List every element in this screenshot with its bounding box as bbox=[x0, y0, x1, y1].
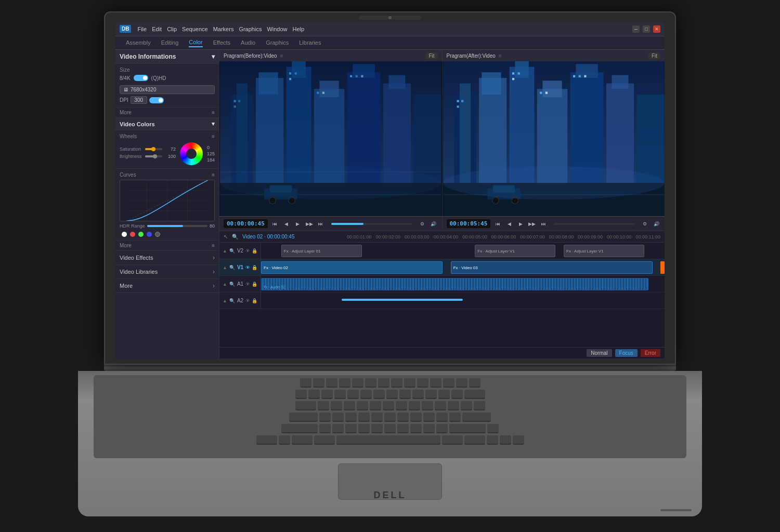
key-3[interactable] bbox=[334, 390, 346, 399]
key-f6[interactable] bbox=[378, 378, 389, 388]
key-f3[interactable] bbox=[339, 378, 350, 388]
minimize-button[interactable]: ─ bbox=[632, 25, 640, 33]
key-r[interactable] bbox=[357, 401, 368, 410]
key-space[interactable] bbox=[336, 435, 440, 445]
key-y[interactable] bbox=[383, 401, 394, 410]
key-x[interactable] bbox=[332, 424, 344, 433]
key-f12[interactable] bbox=[456, 378, 467, 388]
key-f10[interactable] bbox=[430, 378, 441, 388]
audio-a2-clip[interactable] bbox=[342, 299, 463, 301]
key-equals[interactable] bbox=[451, 390, 463, 399]
key-bracket-r[interactable] bbox=[461, 401, 472, 410]
key-7[interactable] bbox=[386, 390, 398, 399]
resolution-button[interactable]: 🖥 7680x4320 bbox=[120, 85, 215, 94]
key-f9[interactable] bbox=[417, 378, 428, 388]
dot-selected[interactable] bbox=[155, 232, 160, 237]
key-j[interactable] bbox=[397, 413, 409, 422]
key-down[interactable] bbox=[500, 435, 511, 445]
key-esc[interactable] bbox=[300, 378, 311, 388]
key-e[interactable] bbox=[344, 401, 355, 410]
more-curves-btn[interactable]: More ≡ bbox=[115, 241, 219, 251]
key-o[interactable] bbox=[422, 401, 433, 410]
key-alt-r[interactable] bbox=[442, 435, 463, 445]
saturation-slider[interactable] bbox=[145, 148, 162, 150]
key-t[interactable] bbox=[370, 401, 381, 410]
dot-blue[interactable] bbox=[147, 232, 152, 237]
key-minus[interactable] bbox=[438, 390, 450, 399]
key-comma[interactable] bbox=[410, 424, 422, 433]
menu-sequence[interactable]: Sequence bbox=[182, 26, 208, 32]
menu-markers[interactable]: Markers bbox=[213, 26, 234, 32]
key-v[interactable] bbox=[358, 424, 370, 433]
dot-red[interactable] bbox=[130, 232, 135, 237]
right-play-back-btn[interactable]: ⏮ bbox=[493, 220, 502, 228]
key-m[interactable] bbox=[397, 424, 409, 433]
clip-v2-2[interactable]: Fx · Adjust Layer V1 bbox=[475, 245, 555, 257]
right-prev-frame-btn[interactable]: ◀ bbox=[505, 220, 513, 228]
key-a[interactable] bbox=[319, 413, 331, 422]
key-win[interactable] bbox=[292, 435, 313, 445]
key-bracket-l[interactable] bbox=[448, 401, 459, 410]
play-btn[interactable]: ▶ bbox=[294, 220, 302, 228]
key-f[interactable] bbox=[358, 413, 370, 422]
tab-audio[interactable]: Audio bbox=[241, 39, 255, 47]
key-tilde[interactable] bbox=[295, 390, 307, 399]
menu-window[interactable]: Window bbox=[267, 26, 287, 32]
key-z[interactable] bbox=[319, 424, 331, 433]
lock-icon-v1[interactable]: 🔒 bbox=[252, 265, 257, 270]
key-f11[interactable] bbox=[443, 378, 454, 388]
key-g[interactable] bbox=[371, 413, 383, 422]
menu-clip[interactable]: Clip bbox=[167, 26, 177, 32]
key-8[interactable] bbox=[399, 390, 411, 399]
key-s[interactable] bbox=[332, 413, 344, 422]
key-n[interactable] bbox=[384, 424, 396, 433]
key-semicolon[interactable] bbox=[436, 413, 448, 422]
key-right[interactable] bbox=[513, 435, 524, 445]
key-5[interactable] bbox=[360, 390, 372, 399]
lock-icon-v2[interactable]: 🔒 bbox=[252, 248, 257, 254]
key-f2[interactable] bbox=[326, 378, 337, 388]
lock-icon-a2[interactable]: 🔒 bbox=[252, 298, 257, 303]
tab-color[interactable]: Color bbox=[189, 39, 202, 47]
key-b[interactable] bbox=[371, 424, 383, 433]
preview-after-fit[interactable]: Fit bbox=[648, 52, 660, 59]
track-tool-pointer[interactable]: ↖ bbox=[224, 234, 228, 240]
key-u[interactable] bbox=[396, 401, 407, 410]
video-informations-header[interactable]: Video Informations ▾ bbox=[115, 50, 219, 64]
dot-white[interactable] bbox=[122, 232, 127, 237]
eye-icon-a2[interactable]: 👁 bbox=[245, 298, 250, 303]
key-i[interactable] bbox=[409, 401, 420, 410]
track-tool-zoom[interactable]: 🔍 bbox=[232, 234, 238, 240]
key-d[interactable] bbox=[345, 413, 357, 422]
close-button[interactable]: ✕ bbox=[653, 25, 660, 33]
video-colors-header[interactable]: Video Colors ▾ bbox=[115, 118, 219, 130]
key-0[interactable] bbox=[425, 390, 437, 399]
key-w[interactable] bbox=[331, 401, 342, 410]
key-enter[interactable] bbox=[462, 413, 491, 422]
key-ctrl-l[interactable] bbox=[256, 435, 277, 445]
key-f8[interactable] bbox=[404, 378, 415, 388]
key-2[interactable] bbox=[321, 390, 333, 399]
key-h[interactable] bbox=[384, 413, 396, 422]
key-tab[interactable] bbox=[295, 401, 316, 410]
next-frame-btn[interactable]: ▶▶ bbox=[305, 220, 314, 228]
nav-video-effects[interactable]: Video Effects › bbox=[115, 251, 219, 265]
tab-effects[interactable]: Effects bbox=[213, 39, 230, 47]
key-f1[interactable] bbox=[313, 378, 324, 388]
eye-icon-v2[interactable]: 👁 bbox=[245, 248, 250, 254]
lock-icon-a1[interactable]: 🔒 bbox=[252, 282, 257, 287]
curves-graph[interactable] bbox=[120, 180, 215, 221]
eye-icon-a1[interactable]: 👁 bbox=[245, 282, 250, 287]
key-quote[interactable] bbox=[449, 413, 461, 422]
settings-icon[interactable]: ⚙ bbox=[418, 220, 426, 228]
key-k[interactable] bbox=[410, 413, 422, 422]
color-wheel[interactable] bbox=[180, 142, 203, 165]
audio-wave-a1[interactable]: Fx · Audio 02 bbox=[261, 278, 648, 290]
status-focus-btn[interactable]: Focus bbox=[615, 349, 638, 357]
key-6[interactable] bbox=[373, 390, 385, 399]
menu-help[interactable]: Help bbox=[293, 26, 305, 32]
clip-v2-1[interactable]: Fx · Adjust Layer 01 bbox=[281, 245, 362, 257]
key-4[interactable] bbox=[347, 390, 359, 399]
right-play-forward-btn[interactable]: ⏭ bbox=[539, 220, 548, 228]
right-settings-icon[interactable]: ⚙ bbox=[641, 220, 649, 228]
